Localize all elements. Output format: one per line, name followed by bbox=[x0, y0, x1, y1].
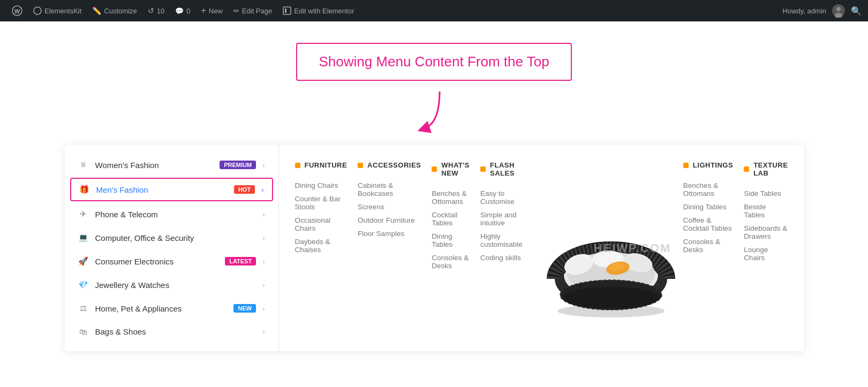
link-beside-tables[interactable]: Beside Tables bbox=[744, 200, 788, 222]
col-title-flash-sales: FLASH SALES bbox=[490, 161, 523, 177]
adminbar-wp-logo[interactable]: W bbox=[6, 0, 28, 21]
adminbar-elementor[interactable]: Edit with Elementor bbox=[277, 0, 359, 21]
adminbar-edit-page[interactable]: ✏ Edit Page bbox=[228, 0, 277, 21]
adminbar-right: Howdy, admin 🔍 bbox=[783, 4, 862, 18]
link-consoles-desks-2[interactable]: Consoles & Desks bbox=[683, 235, 733, 256]
link-counter-bar-stools[interactable]: Counter & Bar Stools bbox=[295, 192, 348, 214]
col-empty-2 bbox=[809, 161, 820, 335]
link-coding-skills[interactable]: Coding skills bbox=[480, 251, 523, 264]
link-easy-customise[interactable]: Easy to Customise bbox=[480, 187, 523, 208]
chevron-right-icon-mens: › bbox=[261, 186, 263, 194]
arrow-wrapper bbox=[410, 86, 458, 134]
edit-icon: ✏ bbox=[233, 7, 239, 15]
adminbar-new[interactable]: + New bbox=[196, 0, 228, 21]
search-icon[interactable]: 🔍 bbox=[851, 6, 862, 16]
link-lounge-chairs[interactable]: Lounge Chairs bbox=[744, 243, 788, 264]
link-highly-customisable[interactable]: Highly customisable bbox=[480, 230, 523, 251]
col-header-texture-lab: TEXTURE LAB bbox=[744, 161, 788, 177]
link-outdoor-furniture[interactable]: Outdoor Furniture bbox=[358, 214, 421, 227]
col-flash-sales: FLASH SALES Easy to Customise Simple and… bbox=[480, 161, 533, 319]
revisions-icon: ↺ bbox=[148, 6, 154, 15]
chevron-right-icon-computer: › bbox=[262, 234, 265, 242]
dot-whats-new bbox=[432, 166, 437, 172]
link-sideboards-drawers[interactable]: Sideboards & Drawers bbox=[744, 222, 788, 243]
col-title-whats-new: WHAT'S NEW bbox=[441, 161, 470, 177]
col-empty-1 bbox=[798, 161, 809, 335]
chevron-right-icon-jewellery: › bbox=[262, 281, 265, 289]
svg-rect-4 bbox=[285, 9, 286, 13]
col-lightings: LIGHTINGS Benches & Ottomans Dining Tabl… bbox=[683, 161, 744, 335]
comments-count: 0 bbox=[186, 7, 190, 15]
howdy-text: Howdy, admin bbox=[783, 7, 826, 15]
link-occasional-chairs[interactable]: Occasional Chairs bbox=[295, 214, 348, 235]
sidebar-item-computer-office[interactable]: 💻 Computer, Office & Security › bbox=[65, 226, 278, 249]
adminbar-comments[interactable]: 💬 0 bbox=[170, 0, 195, 21]
col-whats-new: WHAT'S NEW Benches & Ottomans Cocktail T… bbox=[432, 161, 480, 319]
diamond-icon: 💎 bbox=[78, 280, 89, 290]
adminbar-customize[interactable]: ✏️ Customize bbox=[87, 0, 142, 21]
col-furniture: FURNITURE Dining Chairs Counter & Bar St… bbox=[295, 161, 358, 319]
link-dining-chairs[interactable]: Dining Chairs bbox=[295, 179, 348, 192]
laptop-icon: 💻 bbox=[78, 233, 89, 242]
sidebar-item-mens-fashion[interactable]: 🎁 Men's Fashion HOT › bbox=[70, 178, 273, 201]
sofa-image-section bbox=[533, 161, 683, 319]
link-consoles-desks[interactable]: Consoles & Desks bbox=[432, 251, 470, 272]
chevron-right-icon-electronics: › bbox=[262, 257, 265, 265]
sidebar-item-phone-telecom[interactable]: ✈ Phone & Telecom › bbox=[65, 202, 278, 226]
adminbar-elementskit[interactable]: ElementsKit bbox=[28, 0, 87, 21]
sidebar-item-womens-fashion[interactable]: ≡ Women's Fashion PREMIUM › bbox=[65, 153, 278, 177]
bag-icon: 🛍 bbox=[78, 327, 89, 336]
col-title-accessories: ACCESSORIES bbox=[367, 161, 421, 169]
link-side-tables[interactable]: Side Tables bbox=[744, 187, 788, 200]
link-cocktail-tables[interactable]: Cocktail Tables bbox=[432, 208, 470, 230]
link-daybeds-chaises[interactable]: Daybeds & Chaises bbox=[295, 235, 348, 256]
svg-point-2 bbox=[34, 7, 41, 14]
link-benches-ottomans[interactable]: Benches & Ottomans bbox=[432, 187, 470, 208]
rocket-icon: 🚀 bbox=[78, 256, 89, 266]
sidebar-label-computer-office: Computer, Office & Security bbox=[95, 233, 256, 242]
dot-lightings bbox=[683, 163, 689, 168]
col-header-accessories: ACCESSORIES bbox=[358, 161, 421, 169]
gift-icon: 🎁 bbox=[79, 185, 90, 194]
adminbar-items: W ElementsKit ✏️ Customize ↺ 10 💬 0 + Ne bbox=[6, 0, 783, 21]
col-header-lightings: LIGHTINGS bbox=[683, 161, 733, 169]
plane-icon: ✈ bbox=[78, 209, 89, 219]
sidebar-label-mens-fashion: Men's Fashion bbox=[96, 185, 224, 194]
dot-accessories bbox=[358, 163, 363, 168]
scale-icon: ⚖ bbox=[78, 303, 89, 313]
sidebar-label-bags-shoes: Bags & Shoes bbox=[95, 327, 256, 336]
sidebar-item-jewellery[interactable]: 💎 Jewellery & Watches › bbox=[65, 273, 278, 297]
sidebar-item-home-pet[interactable]: ⚖ Home, Pet & Appliances NEW › bbox=[65, 297, 278, 320]
link-dining-tables-2[interactable]: Dining Tables bbox=[683, 200, 733, 214]
sidebar-item-bags-shoes[interactable]: 🛍 Bags & Shoes › bbox=[65, 320, 278, 343]
chevron-right-icon-home: › bbox=[262, 305, 265, 313]
link-floor-samples[interactable]: Floor Samples bbox=[358, 227, 421, 240]
dot-furniture bbox=[295, 163, 300, 168]
badge-new: NEW bbox=[233, 304, 256, 313]
sofa-image bbox=[539, 180, 683, 319]
banner-text: Showing Menu Content From the Top bbox=[319, 54, 549, 70]
link-screens[interactable]: Screens bbox=[358, 200, 421, 214]
link-cabinets-bookcases[interactable]: Cabinets & Bookcases bbox=[358, 179, 421, 200]
sidebar: ≡ Women's Fashion PREMIUM › 🎁 Men's Fash… bbox=[65, 145, 279, 351]
wp-logo-icon: W bbox=[12, 5, 22, 16]
col-header-furniture: FURNITURE bbox=[295, 161, 348, 169]
adminbar-revisions[interactable]: ↺ 10 bbox=[142, 0, 170, 21]
sidebar-item-consumer-electronics[interactable]: 🚀 Consumer Electronics LATEST › bbox=[65, 249, 278, 273]
elementskit-label: ElementsKit bbox=[44, 7, 81, 15]
sidebar-label-home-pet: Home, Pet & Appliances bbox=[95, 304, 224, 313]
dot-texture-lab bbox=[744, 166, 749, 172]
elementor-label: Edit with Elementor bbox=[294, 7, 354, 15]
link-dining-tables[interactable]: Dining Tables bbox=[432, 230, 470, 251]
col-header-whats-new: WHAT'S NEW bbox=[432, 161, 470, 177]
svg-text:W: W bbox=[14, 8, 20, 14]
link-benches-ottomans-2[interactable]: Benches & Ottomans bbox=[683, 179, 733, 200]
comments-icon: 💬 bbox=[175, 7, 184, 15]
sidebar-label-jewellery: Jewellery & Watches bbox=[95, 280, 256, 290]
col-accessories: ACCESSORIES Cabinets & Bookcases Screens… bbox=[358, 161, 432, 319]
link-simple-intuitive[interactable]: Simple and intuitive bbox=[480, 208, 523, 230]
svg-point-19 bbox=[563, 287, 659, 308]
elementor-icon bbox=[283, 6, 291, 15]
menu-container: ≡ Women's Fashion PREMIUM › 🎁 Men's Fash… bbox=[65, 145, 804, 351]
link-coffee-cocktail-tables[interactable]: Coffee & Cocktail Tables bbox=[683, 214, 733, 235]
